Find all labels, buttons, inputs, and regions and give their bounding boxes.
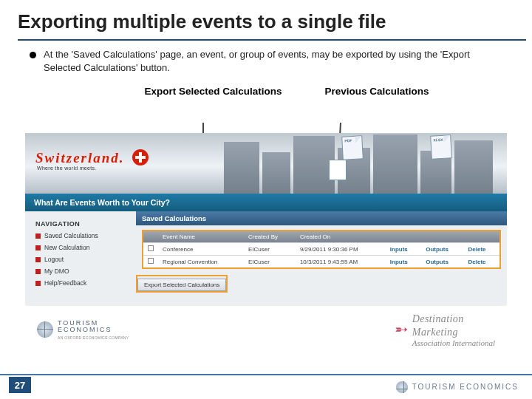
dmai-word3: Association International	[412, 338, 495, 347]
table-row: Conference EICuser 9/29/2011 9:30:36 PM …	[143, 243, 499, 256]
callout-export-label: Export Selected Calculations	[144, 86, 282, 97]
te-word2: ECONOMICS	[58, 326, 112, 333]
col	[464, 231, 499, 243]
dmai-word1: Destination	[412, 313, 464, 324]
te-sub: AN OXFORD ECONOMICS COMPANY	[58, 335, 129, 340]
cell-by: EICuser	[244, 243, 296, 256]
square-icon	[35, 245, 41, 250]
square-icon	[35, 269, 41, 274]
col	[386, 231, 421, 243]
saved-calculations-table: Event Name Created By Created On Confere…	[143, 231, 499, 267]
footer-rule	[0, 374, 532, 375]
xlsx-doc-icon: XLSX	[430, 134, 452, 159]
nav-item[interactable]: Logout	[35, 256, 129, 263]
slide-title: Exporting multiple events to a single fi…	[0, 0, 532, 39]
nav-item[interactable]: Help/Feedback	[35, 279, 129, 287]
table-header-row: Event Name Created By Created On	[143, 231, 499, 243]
col	[421, 231, 463, 243]
link-inputs[interactable]: Inputs	[386, 243, 421, 256]
square-icon	[35, 257, 41, 262]
nav-sidebar: NAVIGATION Saved Calculations New Calcul…	[25, 211, 136, 306]
page-number-badge: 27	[9, 377, 31, 393]
link-outputs[interactable]: Outputs	[421, 243, 463, 256]
nav-title: NAVIGATION	[35, 220, 129, 228]
news-doc-icon	[329, 160, 347, 180]
screenshot-footer: TOURISMECONOMICS AN OXFORD ECONOMICS COM…	[25, 307, 507, 355]
col-created-on: Created On	[296, 231, 386, 243]
nav-label: New Calculation	[44, 244, 89, 251]
callout-labels: Export Selected Calculations Previous Ca…	[0, 80, 532, 100]
col-created-by: Created By	[244, 231, 296, 243]
col-select	[143, 231, 158, 243]
tourism-economics-logo: TOURISMECONOMICS AN OXFORD ECONOMICS COM…	[37, 320, 129, 340]
cell-by: EICuser	[244, 256, 296, 268]
previous-calculations-highlight: Event Name Created By Created On Confere…	[142, 230, 501, 269]
banner-tagline: Where the world meets.	[37, 166, 97, 171]
link-delete[interactable]: Delete	[464, 243, 499, 256]
nav-label: Saved Calculations	[44, 232, 98, 239]
row-checkbox[interactable]	[148, 245, 154, 251]
nav-label: My DMO	[44, 267, 69, 275]
globe-icon	[396, 381, 408, 393]
banner: Switzerland. Where the world meets. PDF …	[25, 133, 507, 194]
embedded-screenshot: Switzerland. Where the world meets. PDF …	[25, 133, 507, 355]
col-event-name: Event Name	[158, 231, 244, 243]
link-outputs[interactable]: Outputs	[421, 256, 463, 268]
dmai-logo: ➵ Destination Marketing Association Inte…	[395, 312, 495, 347]
bullet-dot-icon	[30, 52, 36, 58]
callout-previous-label: Previous Calculations	[325, 86, 429, 97]
dmai-word2: Marketing	[412, 327, 458, 338]
nav-label: Help/Feedback	[44, 279, 86, 287]
footer-word1: TOURISM	[412, 383, 457, 391]
globe-icon	[37, 321, 53, 338]
footer-word2: ECONOMICS	[460, 383, 519, 391]
city-graphic: PDF XLSX	[218, 133, 507, 194]
cell-event: Regional Convention	[158, 256, 244, 268]
square-icon	[35, 281, 41, 286]
banner-brand-text: Switzerland.	[35, 150, 125, 166]
nav-item[interactable]: New Calculation	[35, 244, 129, 251]
table-row: Regional Convention EICuser 10/3/2011 9:…	[143, 256, 499, 268]
nav-item[interactable]: Saved Calculations	[35, 232, 129, 239]
slide-footer-logo: TOURISM ECONOMICS	[396, 381, 519, 393]
cell-on: 10/3/2011 9:43:55 AM	[296, 256, 386, 268]
content-column: Saved Calculations Event Name Created By…	[136, 211, 507, 306]
export-button-highlight: Export Selected Calculations	[136, 275, 228, 293]
swirl-icon: ➵	[395, 327, 408, 333]
pdf-doc-icon: PDF	[341, 135, 364, 160]
banner-brand: Switzerland.	[35, 149, 149, 166]
bullet-text: At the 'Saved Calculations' page, an eve…	[44, 48, 501, 74]
question-bar: What Are Events Worth to Your City?	[25, 194, 507, 211]
nav-label: Logout	[44, 256, 64, 263]
nav-item[interactable]: My DMO	[35, 267, 129, 275]
link-inputs[interactable]: Inputs	[386, 256, 421, 268]
row-checkbox[interactable]	[148, 258, 154, 264]
cell-on: 9/29/2011 9:30:36 PM	[296, 243, 386, 256]
link-delete[interactable]: Delete	[464, 256, 499, 268]
square-icon	[35, 233, 41, 239]
export-selected-button[interactable]: Export Selected Calculations	[137, 279, 226, 291]
section-heading: Saved Calculations	[136, 211, 507, 225]
swiss-cross-icon	[132, 149, 149, 166]
bullet-row: At the 'Saved Calculations' page, an eve…	[0, 41, 532, 80]
cell-event: Conference	[158, 243, 244, 256]
